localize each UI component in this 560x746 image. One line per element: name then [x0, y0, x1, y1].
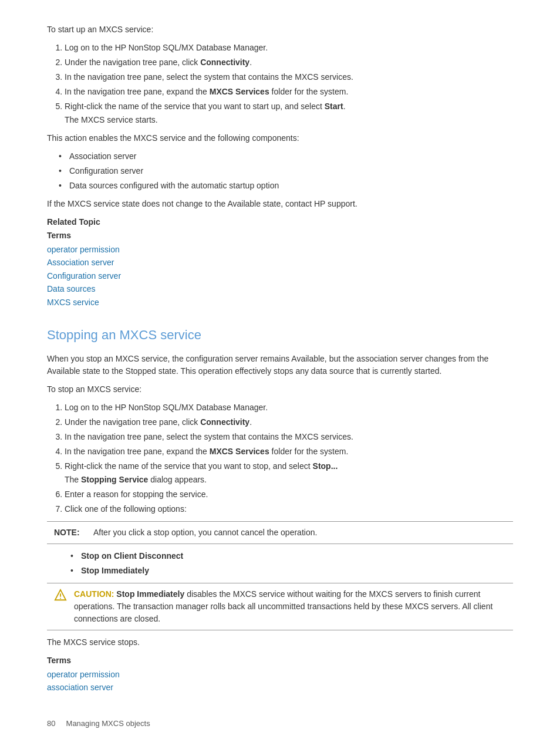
- caution-text: CAUTION: Stop Immediately disables the M…: [74, 588, 506, 625]
- related-topic-header: Related Topic: [47, 216, 513, 228]
- stop-steps-list: Log on to the HP NonStop SQL/MX Database…: [65, 401, 513, 515]
- terms-links-stop: operator permission association server: [47, 668, 513, 694]
- stop-step3-text: In the navigation tree pane, select the …: [65, 432, 353, 441]
- service-stops: The MXCS service stops.: [47, 636, 513, 649]
- step5-bold: Start: [325, 102, 343, 111]
- stop-step-1: Log on to the HP NonStop SQL/MX Database…: [65, 401, 513, 414]
- note-text: After you click a stop option, you canno…: [93, 526, 317, 539]
- link-association-server-1[interactable]: Association server: [47, 256, 513, 269]
- step5-sub-text: The: [65, 475, 81, 484]
- caution-box: CAUTION: Stop Immediately disables the M…: [47, 583, 513, 630]
- action-text: This action enables the MXCS service and…: [47, 132, 513, 144]
- link-configuration-server-1[interactable]: Configuration server: [47, 269, 513, 282]
- link-association-server-2[interactable]: association server: [47, 681, 513, 694]
- stop-step4-after: folder for the system.: [269, 447, 349, 456]
- step2-after: .: [249, 58, 252, 67]
- section-intro: When you stop an MXCS service, the confi…: [47, 353, 513, 377]
- stop-step2-bold: Connectivity: [200, 417, 249, 427]
- stop-step5-text: Right-click the name of the service that…: [65, 461, 313, 471]
- stop-step-5: Right-click the name of the service that…: [65, 460, 513, 486]
- section-heading: Stopping an MXCS service: [47, 325, 513, 345]
- page-text: Managing MXCS objects: [66, 719, 150, 728]
- link-data-sources-1[interactable]: Data sources: [47, 282, 513, 295]
- stop-step1-text: Log on to the HP NonStop SQL/MX Database…: [65, 403, 268, 412]
- note-label: NOTE:: [54, 526, 86, 539]
- step4-text: In the navigation tree pane, expand the: [65, 87, 210, 96]
- step3-text: In the navigation tree pane, select the …: [65, 72, 353, 82]
- step2-text: Under the navigation tree pane, click: [65, 58, 200, 67]
- start-steps-list: Log on to the HP NonStop SQL/MX Database…: [65, 42, 513, 126]
- stop-step2-text: Under the navigation tree pane, click: [65, 417, 200, 427]
- stop-option-2: Stop Immediately: [70, 565, 513, 577]
- step5-sub-bold: Stopping Service: [81, 475, 148, 484]
- note-box: NOTE: After you click a stop option, you…: [47, 521, 513, 544]
- component-1: Association server: [59, 150, 513, 163]
- component-3: Data sources configured with the automat…: [59, 180, 513, 192]
- page-number: 80: [47, 719, 55, 728]
- terms-links-start: operator permission Association server C…: [47, 243, 513, 309]
- terms-header-1: Terms: [47, 229, 513, 242]
- start-step-5: Right-click the name of the service that…: [65, 100, 513, 126]
- link-operator-permission-2[interactable]: operator permission: [47, 668, 513, 681]
- stop-step4-text: In the navigation tree pane, expand the: [65, 447, 210, 456]
- stop-text: To stop an MXCS service:: [47, 383, 513, 396]
- step5-text: Right-click the name of the service that…: [65, 102, 325, 111]
- stop-step4-bold: MXCS Services: [210, 447, 269, 456]
- step4-bold: MXCS Services: [210, 87, 269, 96]
- components-list: Association server Configuration server …: [59, 150, 513, 192]
- stop-step5-bold: Stop...: [313, 461, 338, 471]
- stop-step-7: Click one of the following options:: [65, 503, 513, 515]
- page-separator: [58, 719, 64, 728]
- link-mxcs-service-1[interactable]: MXCS service: [47, 296, 513, 309]
- step5-sub-after: dialog appears.: [148, 475, 207, 484]
- stop-step5-sub: The Stopping Service dialog appears.: [65, 474, 513, 486]
- stop-step-4: In the navigation tree pane, expand the …: [65, 445, 513, 458]
- stop-step-2: Under the navigation tree pane, click Co…: [65, 416, 513, 428]
- caution-label: CAUTION:: [74, 589, 114, 599]
- start-step-4: In the navigation tree pane, expand the …: [65, 86, 513, 98]
- stop-option-1: Stop on Client Disconnect: [70, 550, 513, 562]
- start-step-2: Under the navigation tree pane, click Co…: [65, 56, 513, 69]
- start-step-1: Log on to the HP NonStop SQL/MX Database…: [65, 42, 513, 54]
- if-text: If the MXCS service state does not chang…: [47, 198, 513, 210]
- stop-step2-after: .: [249, 417, 252, 427]
- step5-after: .: [343, 102, 346, 111]
- stop-step-6: Enter a reason for stopping the service.: [65, 488, 513, 501]
- stop-step-3: In the navigation tree pane, select the …: [65, 431, 513, 443]
- stop-option-2-text: Stop Immediately: [81, 566, 149, 575]
- main-content: To start up an MXCS service: Log on to t…: [47, 23, 513, 729]
- stop-options-list: Stop on Client Disconnect Stop Immediate…: [70, 550, 513, 577]
- step4-after: folder for the system.: [269, 87, 349, 96]
- svg-point-2: [60, 598, 61, 599]
- step2-bold: Connectivity: [200, 58, 249, 67]
- step1-text: Log on to the HP NonStop SQL/MX Database…: [65, 43, 268, 52]
- step5-sub: The MXCS service starts.: [65, 114, 513, 126]
- link-operator-permission-1[interactable]: operator permission: [47, 243, 513, 256]
- terms-header-2: Terms: [47, 654, 513, 667]
- caution-bold-start: Stop Immediately: [116, 589, 184, 599]
- start-text: To start up an MXCS service:: [47, 23, 513, 36]
- footer: 80 Managing MXCS objects: [47, 718, 513, 730]
- stop-option-1-text: Stop on Client Disconnect: [81, 551, 183, 561]
- caution-icon: [54, 589, 67, 602]
- start-step-3: In the navigation tree pane, select the …: [65, 71, 513, 83]
- component-2: Configuration server: [59, 165, 513, 177]
